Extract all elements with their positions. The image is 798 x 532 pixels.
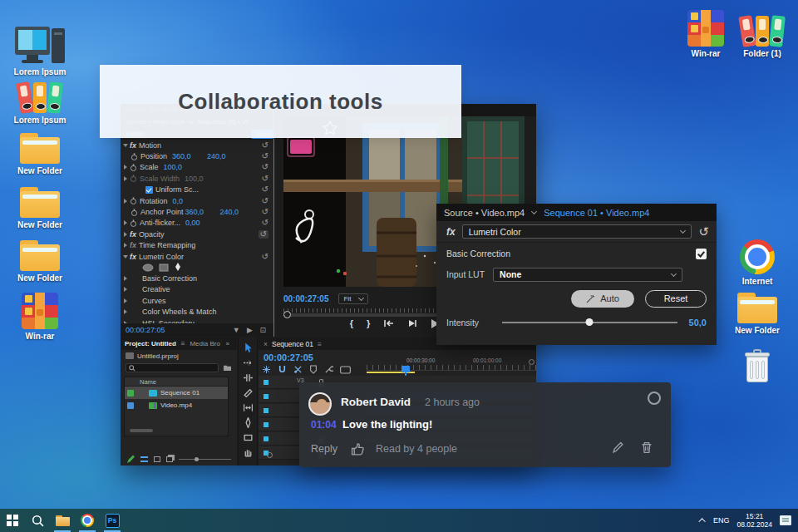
captions-icon[interactable] bbox=[340, 366, 351, 374]
stopwatch-icon[interactable] bbox=[131, 209, 138, 216]
resolve-circle[interactable] bbox=[648, 392, 661, 405]
intensity-slider[interactable] bbox=[502, 322, 677, 323]
mark-out-button[interactable]: } bbox=[367, 318, 370, 328]
taskbar-explorer-button[interactable] bbox=[50, 509, 75, 532]
label-chip[interactable] bbox=[127, 402, 134, 409]
twirl-icon[interactable] bbox=[124, 199, 127, 204]
reset-icon[interactable]: ↺ bbox=[262, 185, 268, 194]
section-checkbox[interactable] bbox=[696, 249, 707, 259]
icon-view-icon[interactable] bbox=[154, 456, 160, 462]
slider-thumb[interactable] bbox=[586, 318, 594, 326]
rectangle-tool[interactable] bbox=[243, 432, 254, 443]
ec-row-motion[interactable]: fxMotion↺ bbox=[121, 140, 273, 150]
reply-button[interactable]: Reply bbox=[311, 443, 337, 455]
more-tabs-icon[interactable]: » bbox=[226, 340, 233, 347]
monitor-timecode[interactable]: 00:00:27:05 bbox=[283, 294, 328, 303]
ec-row-position[interactable]: Position360,0240,0↺ bbox=[121, 150, 273, 161]
reset-button[interactable]: Reset bbox=[645, 290, 707, 308]
tab-lumetri-source[interactable]: Source • Video.mp4 bbox=[444, 208, 525, 218]
h-scrollbar[interactable] bbox=[130, 429, 153, 432]
search-input[interactable] bbox=[126, 363, 219, 372]
desktop-icon-computer[interactable]: Lorem Ipsum bbox=[7, 27, 72, 76]
marker-shield-icon[interactable] bbox=[309, 365, 318, 374]
stopwatch-icon[interactable] bbox=[130, 219, 137, 227]
snap-magnet-icon[interactable] bbox=[278, 365, 287, 374]
taskbar-clock[interactable]: 15:2108.02.2024 bbox=[736, 512, 772, 529]
thumbs-up-icon[interactable] bbox=[351, 442, 365, 456]
timeline-ruler[interactable]: 00:00:30:00 00:01:00:00 bbox=[367, 356, 536, 371]
desktop-icon-binders[interactable]: Lorem Ipsum bbox=[7, 78, 72, 125]
comment-timecode-link[interactable]: 01:04 bbox=[311, 419, 337, 431]
twirl-icon[interactable] bbox=[124, 220, 127, 225]
ec-section-curves[interactable]: Curves bbox=[121, 295, 273, 306]
desktop-icon-folder-1[interactable]: Folder (1) bbox=[730, 12, 795, 58]
close-icon[interactable]: × bbox=[264, 340, 268, 348]
ec-row-opacity[interactable]: fxOpacity↺ bbox=[121, 229, 273, 239]
twirl-icon[interactable] bbox=[124, 165, 127, 170]
avatar[interactable] bbox=[308, 392, 332, 416]
ruler-end-handle[interactable] bbox=[529, 359, 534, 365]
twirl-icon[interactable] bbox=[124, 309, 127, 314]
auto-button[interactable]: Auto bbox=[571, 290, 634, 308]
tray-expand-icon[interactable] bbox=[698, 518, 705, 525]
rect-mask-icon[interactable] bbox=[159, 264, 169, 272]
ec-row-lumetri[interactable]: fxLumetri Color↺ bbox=[121, 251, 273, 262]
reset-icon[interactable]: ↺ bbox=[262, 253, 268, 261]
tab-timeline-sequence[interactable]: Sequence 01 bbox=[272, 340, 313, 348]
section-label[interactable]: Basic Correction bbox=[446, 249, 510, 259]
ec-row-scale[interactable]: Scale100,0↺ bbox=[121, 162, 273, 173]
timeline-timecode[interactable]: 00:00:27:05 bbox=[264, 352, 313, 362]
stopwatch-icon[interactable] bbox=[130, 164, 137, 171]
twirl-icon[interactable] bbox=[124, 287, 127, 292]
pencil-icon[interactable] bbox=[126, 455, 135, 464]
input-lut-dropdown[interactable]: None bbox=[493, 268, 682, 282]
effect-dropdown[interactable]: Lumetri Color bbox=[462, 224, 692, 239]
checkbox-checked-icon[interactable] bbox=[145, 186, 153, 194]
notification-center-icon[interactable] bbox=[780, 515, 791, 525]
reset-icon[interactable]: ↺ bbox=[262, 208, 268, 216]
twirl-icon[interactable] bbox=[124, 243, 127, 248]
ec-section-basic-correction[interactable]: Basic Correction bbox=[121, 273, 273, 283]
desktop-icon-new-folder-right[interactable]: New Folder bbox=[725, 293, 790, 335]
source-patch[interactable] bbox=[264, 436, 268, 441]
desktop-icon-new-folder-3[interactable]: New Folder bbox=[7, 240, 72, 283]
slip-tool[interactable] bbox=[243, 402, 254, 413]
reset-icon[interactable]: ↺ bbox=[262, 163, 268, 171]
twirl-icon[interactable] bbox=[123, 255, 128, 259]
source-patch[interactable] bbox=[264, 380, 268, 385]
reset-icon[interactable]: ↺ bbox=[262, 152, 268, 160]
ec-row-antiflicker[interactable]: Anti-flicker...0,00↺ bbox=[121, 218, 273, 229]
pen-tool[interactable] bbox=[243, 417, 254, 428]
twirl-icon[interactable] bbox=[124, 298, 127, 303]
track-select-tool[interactable] bbox=[243, 357, 254, 368]
ec-row-rotation[interactable]: Rotation0,0↺ bbox=[121, 195, 273, 206]
tab-media-browser[interactable]: Media Bro bbox=[190, 340, 219, 347]
step-back-button[interactable] bbox=[408, 319, 417, 328]
ec-section-color-wheels[interactable]: Color Wheels & Match bbox=[121, 306, 273, 317]
desktop-icon-winrar-top[interactable]: Win-rar bbox=[673, 10, 738, 58]
scrubber-knob[interactable] bbox=[283, 311, 291, 318]
reset-icon[interactable]: ↺ bbox=[259, 230, 268, 239]
ec-row-anchor[interactable]: Anchor Point360,0240,0↺ bbox=[121, 206, 273, 217]
reset-effect-icon[interactable]: ↺ bbox=[698, 224, 709, 239]
go-to-in-button[interactable] bbox=[383, 319, 395, 328]
start-button[interactable] bbox=[0, 509, 25, 532]
ellipse-mask-icon[interactable] bbox=[142, 264, 154, 272]
ec-bottom-icons[interactable]: ▼ ▶ ⊡ bbox=[233, 326, 268, 334]
zoom-select[interactable]: Fit bbox=[338, 293, 368, 304]
source-patch[interactable] bbox=[264, 408, 268, 413]
panel-menu-icon[interactable]: ≡ bbox=[318, 340, 322, 348]
reset-icon[interactable]: ↺ bbox=[262, 141, 268, 150]
ec-row-time-remapping[interactable]: fxTime Remapping bbox=[121, 240, 273, 251]
twirl-icon[interactable] bbox=[123, 144, 128, 147]
razor-tool[interactable] bbox=[243, 387, 254, 398]
timecode[interactable]: 00:00:27:05 bbox=[126, 326, 165, 334]
desktop-icon-internet[interactable]: Internet bbox=[725, 239, 790, 286]
delete-trash-icon[interactable] bbox=[641, 441, 653, 454]
hand-tool[interactable] bbox=[243, 447, 254, 458]
project-file-row[interactable]: Untitled.prproj bbox=[121, 350, 237, 362]
pen-mask-icon[interactable] bbox=[174, 263, 182, 272]
project-item-video[interactable]: Video.mp4 bbox=[125, 399, 228, 411]
tab-project[interactable]: Project: Untitled bbox=[125, 340, 176, 347]
freeform-view-icon[interactable] bbox=[166, 456, 173, 462]
